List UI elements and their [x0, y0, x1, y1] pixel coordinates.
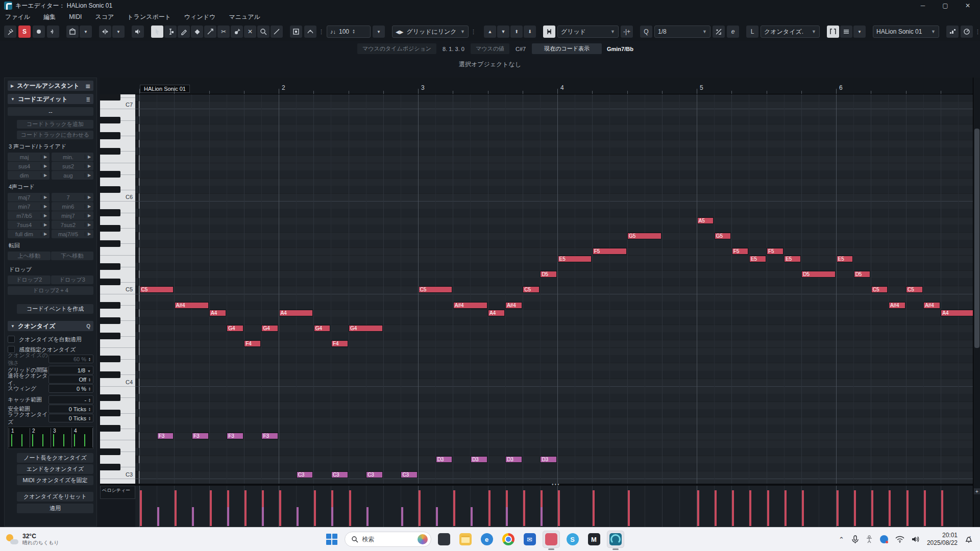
spinner-arrows[interactable]: ▲▼: [88, 398, 91, 402]
black-key[interactable]: [100, 356, 120, 362]
midi-note[interactable]: C5: [871, 286, 888, 293]
velocity-bar[interactable]: [802, 490, 804, 526]
black-key[interactable]: [100, 240, 120, 247]
midi-note[interactable]: C5: [906, 286, 923, 293]
audition-speaker-button[interactable]: [132, 26, 144, 38]
chord-type-button[interactable]: min6▶: [52, 202, 93, 211]
velocity-bar[interactable]: [941, 490, 943, 526]
play-arrow-icon[interactable]: ▶: [85, 232, 93, 236]
match-chord-track-button[interactable]: コードトラックに合わせる: [17, 131, 93, 139]
play-arrow-icon[interactable]: ▶: [85, 213, 93, 218]
part-borders-dropdown[interactable]: ▼: [853, 26, 866, 38]
chord-type-button[interactable]: sus2▶: [52, 162, 93, 170]
drop24-button[interactable]: ドロップ2 + 4: [8, 286, 93, 295]
play-arrow-icon[interactable]: ▶: [41, 195, 50, 199]
velocity-bar[interactable]: [210, 490, 212, 526]
solo-button[interactable]: S: [18, 26, 31, 38]
draw-tool[interactable]: [178, 26, 190, 38]
minimize-button[interactable]: ─: [912, 0, 934, 11]
midi-note[interactable]: D5: [540, 271, 557, 278]
midi-note[interactable]: A4: [488, 310, 505, 316]
velocity-bar[interactable]: [349, 490, 351, 526]
play-arrow-icon[interactable]: ▶: [41, 222, 50, 227]
music-app[interactable]: [543, 531, 560, 548]
menu-item[interactable]: ウィンドウ: [184, 13, 215, 21]
search-box[interactable]: 検索: [345, 532, 431, 547]
inversion-button[interactable]: 下へ移動: [51, 252, 94, 260]
chord-type-button[interactable]: maj7▶: [8, 193, 50, 202]
mute-tool[interactable]: ✕: [244, 26, 256, 38]
black-key[interactable]: [100, 117, 120, 123]
midi-note[interactable]: C3: [366, 471, 383, 478]
quantize-apply-button[interactable]: 適用: [17, 504, 93, 513]
black-key[interactable]: [100, 371, 120, 378]
inversion-button[interactable]: 上へ移動: [8, 252, 51, 260]
scrollbar-thumb[interactable]: [974, 129, 979, 348]
velocity-bar[interactable]: [453, 490, 455, 526]
start-button[interactable]: [323, 531, 340, 548]
add-chord-track-button[interactable]: コードトラックを追加: [17, 120, 93, 129]
autoscroll-button[interactable]: [66, 26, 79, 38]
note-grid[interactable]: C5A#4A4G4F4G4A4G4F4G4C5A#4A4A#4C5D5E5F5G…: [135, 94, 973, 484]
velocity-bar[interactable]: [558, 490, 560, 526]
velocity-bar[interactable]: [471, 507, 473, 526]
microphone-icon[interactable]: [851, 535, 859, 543]
menu-item[interactable]: MIDI: [69, 13, 82, 20]
chord-type-button[interactable]: aug▶: [52, 171, 93, 180]
velocity-bar[interactable]: [227, 507, 229, 526]
midi-note[interactable]: F5: [767, 248, 783, 255]
velocity-lane-label[interactable]: ベロシティー: [100, 486, 135, 499]
menu-item[interactable]: ファイル: [5, 13, 30, 21]
midi-note[interactable]: F3: [192, 433, 209, 439]
velocity-bar[interactable]: [767, 490, 769, 526]
play-arrow-icon[interactable]: ▶: [41, 164, 50, 168]
midi-note[interactable]: D3: [540, 456, 557, 463]
spinner-arrows[interactable]: ▲▼: [88, 387, 91, 391]
drop-button[interactable]: ドロップ2: [8, 276, 51, 284]
desktop-app[interactable]: [435, 531, 453, 548]
bluetooth-device-icon[interactable]: [880, 535, 888, 543]
black-key[interactable]: [100, 464, 120, 470]
quantize-action-button[interactable]: エンドをクオンタイズ: [17, 464, 93, 474]
velocity-bar[interactable]: [488, 490, 491, 526]
midi-note[interactable]: F3: [227, 433, 243, 439]
midi-note[interactable]: A#4: [889, 302, 905, 309]
midi-note[interactable]: A#4: [505, 302, 522, 309]
velocity-lane[interactable]: [135, 486, 973, 527]
file-explorer[interactable]: [457, 531, 474, 548]
black-key[interactable]: [100, 171, 120, 178]
black-key[interactable]: [100, 302, 120, 309]
black-key[interactable]: [100, 394, 120, 401]
midi-note[interactable]: G4: [261, 325, 278, 332]
black-key[interactable]: [100, 94, 120, 101]
setting-value-field[interactable]: Off▲▼: [48, 375, 93, 384]
velocity-bar[interactable]: [140, 490, 142, 526]
black-key[interactable]: [100, 279, 120, 285]
midi-note[interactable]: A#4: [175, 302, 209, 309]
black-key[interactable]: [100, 263, 120, 270]
midi-note[interactable]: G4: [349, 325, 383, 332]
skype-app[interactable]: S: [564, 531, 581, 548]
play-arrow-icon[interactable]: ▶: [41, 204, 50, 209]
velocity-bar[interactable]: [889, 490, 891, 526]
accessibility-icon[interactable]: [866, 535, 873, 543]
insert-velocity-field[interactable]: ♪↓ 100 ▲▼: [327, 26, 371, 38]
velocity-bar[interactable]: [541, 507, 543, 526]
chrome-browser[interactable]: [500, 531, 517, 548]
midi-note[interactable]: F4: [331, 340, 348, 347]
show-part-borders-button[interactable]: [827, 26, 839, 38]
zoom-tool[interactable]: [257, 26, 270, 38]
active-part-field[interactable]: HALion Sonic 01 ▼: [873, 26, 939, 38]
play-arrow-icon[interactable]: ▶: [41, 232, 50, 236]
velocity-bar[interactable]: [401, 507, 403, 526]
chord-type-button[interactable]: 7▶: [52, 193, 93, 202]
midi-note[interactable]: E5: [784, 256, 801, 262]
wifi-icon[interactable]: [895, 536, 904, 543]
velocity-bar[interactable]: [331, 507, 333, 526]
part-editing-dropdown[interactable]: ▼: [112, 26, 125, 38]
nudge-up-button[interactable]: ▲: [484, 26, 496, 38]
velocity-bar[interactable]: [593, 490, 595, 526]
notification-bell-icon[interactable]: z: [965, 535, 973, 543]
split-tool[interactable]: ✂: [217, 26, 230, 38]
midi-note[interactable]: F4: [244, 340, 261, 347]
